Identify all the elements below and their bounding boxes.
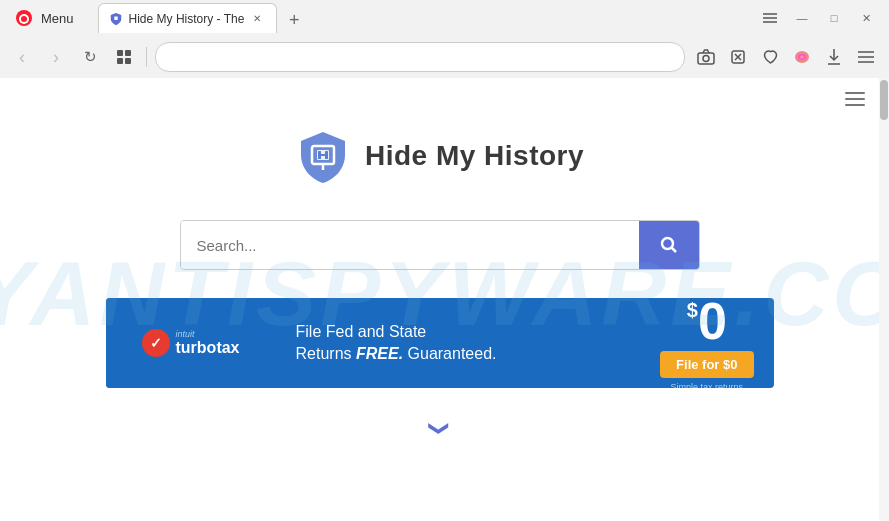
toolbar-icons bbox=[691, 42, 881, 72]
logo-text: Hide My History bbox=[365, 140, 584, 172]
menu-button[interactable]: Menu bbox=[8, 6, 82, 30]
svg-rect-26 bbox=[319, 154, 327, 156]
svg-rect-4 bbox=[117, 50, 123, 56]
x-icon[interactable] bbox=[723, 42, 753, 72]
turbotax-label: turbotax bbox=[176, 339, 240, 357]
forward-button[interactable]: › bbox=[42, 43, 70, 71]
ad-file-button[interactable]: File for $0 bbox=[660, 351, 753, 378]
ad-banner: ✓ intuit turbotax File Fed and StateRetu… bbox=[106, 298, 774, 388]
svg-rect-7 bbox=[125, 58, 131, 64]
tab-close-button[interactable]: ✕ bbox=[250, 12, 264, 26]
ad-fine-print: Simple tax returns bbox=[671, 382, 744, 389]
ad-price: $ 0 bbox=[687, 298, 727, 347]
maximize-button[interactable]: □ bbox=[819, 4, 849, 32]
minimize-button[interactable]: — bbox=[787, 4, 817, 32]
intuit-label: intuit bbox=[176, 329, 240, 339]
hide-my-history-logo-icon bbox=[295, 128, 351, 184]
search-input[interactable] bbox=[181, 221, 639, 269]
ad-headline-text: File Fed and StateReturns FREE. Guarante… bbox=[296, 323, 497, 362]
svg-rect-0 bbox=[114, 16, 118, 20]
svg-point-27 bbox=[662, 238, 673, 249]
svg-line-28 bbox=[671, 248, 676, 253]
scrollbar-track bbox=[879, 78, 889, 521]
refresh-button[interactable]: ↻ bbox=[76, 43, 104, 71]
turbotax-logo: ✓ intuit turbotax bbox=[142, 329, 240, 357]
search-button[interactable] bbox=[639, 221, 699, 269]
separator bbox=[146, 47, 147, 67]
ad-free-word: FREE. bbox=[356, 345, 403, 362]
ad-dollar-sign: $ bbox=[687, 299, 698, 322]
down-chevron-area: ❯ bbox=[431, 416, 448, 440]
download-icon[interactable] bbox=[819, 42, 849, 72]
scrollbar-thumb[interactable] bbox=[880, 80, 888, 120]
search-icon bbox=[659, 235, 679, 255]
page-viewport: MYANTISPYWARE.COM bbox=[0, 78, 879, 521]
svg-rect-8 bbox=[698, 53, 714, 64]
svg-rect-5 bbox=[125, 50, 131, 56]
svg-point-9 bbox=[703, 56, 709, 62]
ad-headline: File Fed and StateReturns FREE. Guarante… bbox=[276, 311, 641, 376]
tab-title: Hide My History - The bbox=[129, 12, 245, 26]
tab-favicon-icon bbox=[109, 12, 123, 26]
svg-point-15 bbox=[800, 56, 804, 59]
browser-settings-icon[interactable] bbox=[755, 4, 785, 32]
turbotax-check-icon: ✓ bbox=[142, 329, 170, 357]
menu-label: Menu bbox=[41, 11, 74, 26]
turbotax-text: intuit turbotax bbox=[176, 329, 240, 357]
active-tab[interactable]: Hide My History - The ✕ bbox=[98, 3, 278, 33]
search-bar bbox=[180, 220, 700, 270]
window-controls: — □ ✕ bbox=[755, 4, 881, 32]
chevron-down-icon[interactable]: ❯ bbox=[428, 420, 452, 437]
ad-price-area: $ 0 File for $0 Simple tax returns bbox=[640, 298, 773, 388]
svg-rect-6 bbox=[117, 58, 123, 64]
address-bar-input[interactable] bbox=[155, 42, 685, 72]
new-tab-button[interactable]: + bbox=[281, 7, 307, 33]
camera-icon[interactable] bbox=[691, 42, 721, 72]
ad-price-zero: 0 bbox=[698, 298, 727, 347]
heart-icon[interactable] bbox=[755, 42, 785, 72]
page-hamburger-menu[interactable] bbox=[845, 92, 865, 106]
tab-grid-button[interactable] bbox=[110, 43, 138, 71]
flow-icon[interactable] bbox=[787, 42, 817, 72]
logo-area: Hide My History bbox=[295, 128, 584, 184]
ad-logo-area: ✓ intuit turbotax bbox=[106, 298, 276, 388]
browser-menu-icon[interactable] bbox=[851, 42, 881, 72]
close-button[interactable]: ✕ bbox=[851, 4, 881, 32]
main-content: Hide My History ✓ bbox=[0, 78, 879, 440]
back-button[interactable]: ‹ bbox=[8, 43, 36, 71]
